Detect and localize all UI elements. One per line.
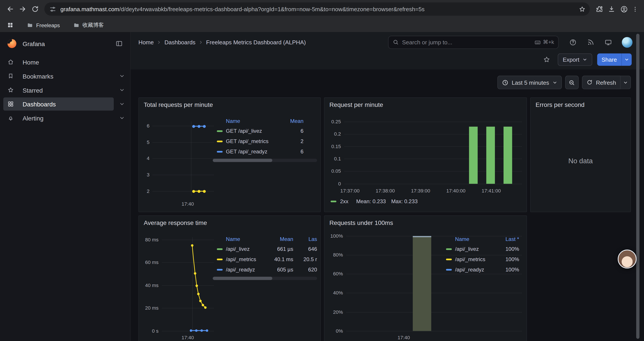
gridline <box>152 175 214 175</box>
bookmark-folder-freeleaps[interactable]: Freeleaps <box>24 21 63 30</box>
time-range-picker[interactable]: Last 5 minutes <box>497 76 562 89</box>
legend-row[interactable]: /api/_metrics 100% <box>442 254 522 264</box>
chevron-down-icon[interactable] <box>114 83 130 97</box>
brand-name: Grafana <box>22 40 113 47</box>
series-color-swatch <box>217 151 222 152</box>
breadcrumb: Home Dashboards Freeleaps Metrics Dashbo… <box>131 32 644 52</box>
series-color-swatch <box>217 269 222 270</box>
scrollbar[interactable] <box>636 34 640 339</box>
nav-item-starred[interactable]: Starred <box>0 83 130 97</box>
gridline <box>152 142 214 143</box>
help-icon[interactable] <box>569 38 577 46</box>
bookmark-folder-blogs[interactable]: 收藏博客 <box>70 20 107 30</box>
downloads-icon[interactable] <box>606 3 618 15</box>
gridline <box>344 184 522 184</box>
data-point <box>203 125 206 128</box>
data-point <box>192 190 195 193</box>
nav-item-dashboards[interactable]: Dashboards <box>0 97 130 111</box>
bar <box>486 127 495 184</box>
gridline <box>344 146 522 147</box>
legend-col-name[interactable]: Name <box>226 118 284 124</box>
legend-row[interactable]: /api/_readyz 100% <box>442 264 522 275</box>
home-icon <box>8 59 14 65</box>
refresh-icon <box>586 80 593 86</box>
legend-row[interactable]: GET /api/_livez 6 <box>213 126 317 136</box>
extensions-icon[interactable] <box>593 3 606 15</box>
search-input[interactable] <box>402 39 534 46</box>
monitor-icon[interactable] <box>604 38 612 46</box>
favorite-star-icon[interactable] <box>540 54 553 66</box>
clock-icon <box>502 79 508 86</box>
assistant-avatar[interactable] <box>618 249 636 268</box>
legend-col-last[interactable]: Last * <box>494 236 519 242</box>
reload-button[interactable] <box>29 3 41 15</box>
url-bar[interactable]: grafana.mathmast.com/d/deytv4rwavabkb/fr… <box>44 3 590 16</box>
series-color-swatch <box>330 200 336 202</box>
data-point <box>192 125 195 128</box>
legend-row[interactable]: /api/_metrics 40.1 ms 20.5 r <box>213 254 317 264</box>
share-button[interactable]: Share <box>597 54 622 66</box>
forward-button[interactable] <box>16 3 29 15</box>
panel-title[interactable]: Requests under 100ms <box>330 219 393 226</box>
legend-row[interactable]: /api/_livez 661 µs 646 <box>213 244 317 254</box>
site-info-icon[interactable] <box>49 6 56 13</box>
grafana-logo[interactable] <box>6 38 17 49</box>
legend-col-name[interactable]: Name <box>226 236 268 242</box>
nav-label: Alerting <box>22 115 44 122</box>
chevron-down-icon[interactable] <box>114 97 130 111</box>
dock-sidebar-icon[interactable] <box>113 38 125 50</box>
browser-menu-icon[interactable] <box>630 3 640 15</box>
legend-col-mean[interactable]: Mean <box>284 118 304 124</box>
nav-label: Starred <box>22 87 43 94</box>
refresh-interval-dropdown[interactable] <box>620 76 631 89</box>
legend-row[interactable]: GET /api/_metrics 2 <box>213 136 317 146</box>
panel-request-per-minute: Request per minute 0.25 0.2 0.15 0.1 0.0… <box>324 97 527 212</box>
chevron-down-icon[interactable] <box>114 111 130 125</box>
legend: 2xx Mean: 0.233 Max: 0.233 <box>330 198 418 204</box>
panel-title[interactable]: Average response time <box>144 219 207 226</box>
series-color-swatch <box>217 130 222 132</box>
profile-icon[interactable] <box>618 3 630 15</box>
legend-scrollbar[interactable] <box>213 159 317 162</box>
header-icons <box>569 38 612 46</box>
back-button[interactable] <box>4 3 16 15</box>
legend-col-last[interactable]: Las <box>293 236 317 242</box>
share-dropdown-button[interactable] <box>622 54 632 66</box>
apps-grid-icon[interactable] <box>5 20 16 31</box>
search-box[interactable]: ⌘+k <box>388 36 559 49</box>
gridline <box>346 293 522 293</box>
chevron-down-icon[interactable] <box>114 69 130 83</box>
no-data-message: No data <box>531 110 630 212</box>
panel-title[interactable]: Total requests per minute <box>144 101 213 108</box>
nav-label: Bookmarks <box>22 73 54 80</box>
zoom-out-icon[interactable] <box>565 76 579 89</box>
panel-title[interactable]: Errors per second <box>536 101 584 108</box>
series-color-swatch <box>217 248 222 250</box>
rss-icon[interactable] <box>587 38 594 46</box>
time-controls: Last 5 minutes Refresh <box>497 76 631 89</box>
nav-item-home[interactable]: Home <box>0 55 130 69</box>
series-name[interactable]: 2xx <box>340 198 348 204</box>
breadcrumb-home[interactable]: Home <box>138 39 154 46</box>
legend: Name Last * /api/_livez 100% /api/_metri… <box>442 234 522 274</box>
legend-scrollbar[interactable] <box>213 277 317 280</box>
dashboard-content: Last 5 minutes Refresh Total requests <box>131 70 644 341</box>
legend-row[interactable]: /api/_readyz 605 µs 620 <box>213 264 317 275</box>
bar <box>413 236 431 331</box>
export-button[interactable]: Export <box>558 54 592 66</box>
bookmark-star-icon[interactable] <box>577 4 588 15</box>
legend-row[interactable]: /api/_livez 100% <box>442 244 522 254</box>
user-avatar[interactable] <box>622 37 632 48</box>
legend-col-mean[interactable]: Mean <box>268 236 293 242</box>
legend-col-name[interactable]: Name <box>455 236 494 242</box>
panel-title[interactable]: Request per minute <box>330 101 383 108</box>
legend: Name Mean GET /api/_livez 6 GET /api/_me… <box>213 116 317 162</box>
refresh-button[interactable]: Refresh <box>582 76 620 89</box>
panel-avg-response-time: Average response time 80 ms 60 ms 40 ms … <box>138 215 321 341</box>
breadcrumb-dashboards[interactable]: Dashboards <box>164 39 195 46</box>
nav-item-bookmarks[interactable]: Bookmarks <box>0 69 130 83</box>
share-split-button: Share <box>597 54 632 66</box>
legend-row[interactable]: GET /api/_readyz 6 <box>213 146 317 157</box>
nav-item-alerting[interactable]: Alerting <box>0 111 130 125</box>
grafana-app: Grafana Home Bookmarks Starred Dashboard… <box>0 32 644 341</box>
